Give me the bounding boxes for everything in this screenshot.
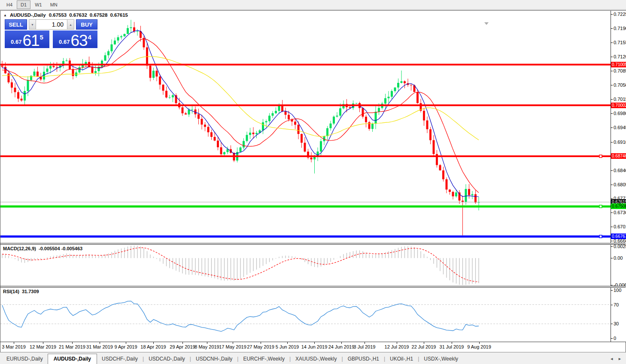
price-axis-tick: 0.71550 xyxy=(614,40,626,45)
price-axis-tick: 0.68050 xyxy=(614,182,626,187)
date-axis-tick-mark xyxy=(341,342,342,344)
date-axis-label: 17 May 2019 xyxy=(219,344,246,349)
price-badge: 0.68746 xyxy=(611,153,626,159)
price-axis-tick-mark xyxy=(611,42,613,43)
buy-button[interactable]: BUY xyxy=(76,19,97,30)
tab-ukoil-h1[interactable]: UKOil-,H1 xyxy=(385,354,418,364)
date-axis-tick-mark xyxy=(397,342,397,344)
date-axis-tick-mark xyxy=(182,342,183,344)
tab-scroll-left-icon[interactable]: ◄ xyxy=(610,357,614,361)
price-axis-tick-mark xyxy=(611,142,613,143)
price-axis-tick: 0.72250 xyxy=(614,12,626,17)
sell-price-box[interactable]: 0.67 61 5 xyxy=(5,30,49,48)
low-value: 0.67528 xyxy=(90,12,108,18)
rsi-indicator-panel[interactable]: RSI(14) 31.7309 xyxy=(0,288,611,342)
macd-axis-tick-mark xyxy=(611,258,613,258)
price-axis-tick: 0.71200 xyxy=(614,54,626,59)
rsi-axis-tick-mark xyxy=(611,290,613,291)
volume-decrease-button[interactable]: ▼ xyxy=(29,19,36,30)
close-value: 0.67615 xyxy=(110,12,128,18)
rsi-plot xyxy=(0,288,611,342)
macd-values: -0.005504 -0.005463 xyxy=(39,246,82,251)
sell-price-sup: 5 xyxy=(40,33,43,41)
date-axis-label: 9 Aug 2019 xyxy=(467,344,491,349)
timeframe-button-w1[interactable]: W1 xyxy=(31,0,46,9)
rsi-axis-tick: 0 xyxy=(614,336,616,341)
date-axis-tick-mark xyxy=(100,342,100,344)
date-axis-tick-mark xyxy=(479,342,480,344)
price-axis[interactable]: 0.722500.719000.715500.712000.708500.705… xyxy=(611,11,626,342)
timeframe-button-d1[interactable]: D1 xyxy=(17,0,30,9)
price-axis-tick-mark xyxy=(611,170,613,171)
tab-usdcad-daily[interactable]: USDCAD-,Daily xyxy=(144,354,190,364)
buy-price-prefix: 0.67 xyxy=(59,39,70,45)
rsi-axis-tick: 70 xyxy=(614,302,619,307)
date-axis-label: 12 Jul 2019 xyxy=(385,344,409,349)
volume-input[interactable] xyxy=(36,19,67,30)
macd-plot xyxy=(0,245,611,286)
open-value: 0.67553 xyxy=(49,12,67,18)
macd-indicator-panel[interactable]: MACD(12,26,9) -0.005504 -0.005463 xyxy=(0,245,611,286)
date-axis-label: 3 Mar 2019 xyxy=(2,344,26,349)
chart-title: ▲ AUDUSD-,Daily 0.67553 0.67632 0.67528 … xyxy=(3,12,128,18)
macd-axis-tick-mark xyxy=(611,285,613,285)
price-axis-tick: 0.69800 xyxy=(614,111,626,116)
price-axis-tick-mark xyxy=(611,99,613,100)
timeframe-button-mn[interactable]: MN xyxy=(46,0,61,9)
tab-xauusd-weekly[interactable]: XAUUSD-,Weekly xyxy=(291,354,341,364)
price-badge: 0.70002 xyxy=(611,103,626,108)
chart-shift-marker-icon[interactable] xyxy=(484,22,489,25)
price-axis-tick-mark xyxy=(611,57,613,57)
rsi-axis-tick: 30 xyxy=(614,321,619,326)
price-axis-tick-mark xyxy=(611,113,613,114)
date-axis-label: 29 Apr 2019 xyxy=(170,344,195,349)
volume-increase-button[interactable]: ▲ xyxy=(67,19,74,30)
timeframe-button-h4[interactable]: H4 xyxy=(3,0,16,9)
price-badge: 0.71005 xyxy=(611,62,626,67)
price-badge: 0.66767 xyxy=(611,234,626,239)
rsi-label-row: RSI(14) 31.7309 xyxy=(3,289,39,294)
macd-label-row: MACD(12,26,9) -0.005504 -0.005463 xyxy=(3,246,82,251)
tab-usdchf-daily[interactable]: USDCHF-,Daily xyxy=(97,354,143,364)
spin-down-icon: ▼ xyxy=(31,23,34,26)
tab-audusd-daily[interactable]: AUDUSD-,Daily xyxy=(48,354,97,364)
price-axis-tick-mark xyxy=(611,71,613,71)
rsi-label: RSI(14) xyxy=(3,289,19,294)
date-axis-tick-mark xyxy=(72,342,73,344)
price-axis-tick: 0.71900 xyxy=(614,26,626,31)
price-axis-tick: 0.69100 xyxy=(614,140,626,145)
price-badge: 0.67508 xyxy=(611,203,626,209)
price-axis-tick: 0.68400 xyxy=(614,168,626,173)
date-axis-tick-mark xyxy=(14,342,14,344)
rsi-axis-tick-mark xyxy=(611,324,613,324)
price-axis-tick-mark xyxy=(611,85,613,85)
buy-price-box[interactable]: 0.67 63 4 xyxy=(53,30,97,48)
candlestick-chart-area[interactable]: ▲ AUDUSD-,Daily 0.67553 0.67632 0.67528 … xyxy=(0,11,611,243)
date-axis[interactable]: 3 Mar 201912 Mar 201921 Mar 201931 Mar 2… xyxy=(0,342,626,352)
price-axis-tick-mark xyxy=(611,227,613,227)
date-axis-tick-mark xyxy=(153,342,154,344)
tab-gbpusd-h1[interactable]: GBPUSD-,H1 xyxy=(343,354,384,364)
tab-eurusd-daily[interactable]: EURUSD-,Daily xyxy=(2,354,48,364)
ohlc-readout: 0.67553 0.67632 0.67528 0.67615 xyxy=(49,12,128,18)
buy-price-big: 63 xyxy=(70,34,87,47)
rsi-value: 31.7309 xyxy=(22,289,39,294)
collapse-panel-icon[interactable]: ▲ xyxy=(3,13,7,17)
price-axis-tick-mark xyxy=(611,198,613,199)
date-axis-label: 31 Mar 2019 xyxy=(86,344,113,349)
date-axis-label: 24 Jun 2019 xyxy=(328,344,355,349)
date-axis-tick-mark xyxy=(452,342,452,344)
price-axis-tick: 0.70850 xyxy=(614,68,626,73)
date-axis-label: 3 Jul 2019 xyxy=(354,344,376,349)
tab-usdx-weekly[interactable]: USDX-,Weekly xyxy=(419,354,463,364)
tab-eurchf-weekly[interactable]: EURCHF-,Weekly xyxy=(238,354,289,364)
date-axis-label: 27 May 2019 xyxy=(247,344,274,349)
date-axis-label: 22 Jul 2019 xyxy=(412,344,436,349)
sell-price-big: 61 xyxy=(22,34,39,47)
tab-usdcnh-daily[interactable]: USDCNH-,Daily xyxy=(191,354,237,364)
price-axis-tick: 0.69450 xyxy=(614,125,626,130)
tab-scroll-right-icon[interactable]: ► xyxy=(618,357,622,361)
sell-button[interactable]: SELL xyxy=(5,19,27,30)
mt4-window: H4D1W1MN ▲ AUDUSD-,Daily 0.67553 0.67632… xyxy=(0,0,626,364)
date-axis-tick-mark xyxy=(287,342,288,344)
